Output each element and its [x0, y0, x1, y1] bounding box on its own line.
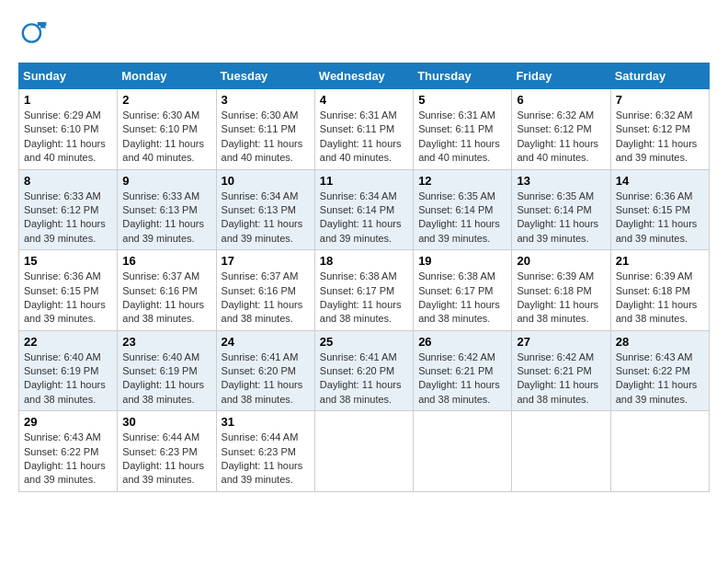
day-info: Sunrise: 6:38 AMSunset: 6:17 PMDaylight:… — [320, 270, 402, 324]
empty-cell — [314, 411, 413, 492]
day-number: 28 — [616, 335, 704, 349]
calendar-day-28: 28Sunrise: 6:43 AMSunset: 6:22 PMDayligh… — [610, 330, 709, 411]
day-number: 21 — [616, 254, 704, 268]
day-info: Sunrise: 6:31 AMSunset: 6:11 PMDaylight:… — [418, 109, 500, 163]
day-info: Sunrise: 6:32 AMSunset: 6:12 PMDaylight:… — [616, 109, 698, 163]
calendar-day-9: 9Sunrise: 6:33 AMSunset: 6:13 PMDaylight… — [118, 169, 216, 250]
day-number: 26 — [418, 335, 506, 349]
day-number: 16 — [122, 254, 210, 268]
day-info: Sunrise: 6:31 AMSunset: 6:11 PMDaylight:… — [320, 109, 402, 163]
day-number: 14 — [616, 174, 704, 188]
day-info: Sunrise: 6:30 AMSunset: 6:11 PMDaylight:… — [222, 109, 303, 163]
header-cell-friday: Friday — [512, 63, 610, 89]
calendar-week-3: 15Sunrise: 6:36 AMSunset: 6:15 PMDayligh… — [19, 250, 710, 331]
calendar-day-22: 22Sunrise: 6:40 AMSunset: 6:19 PMDayligh… — [19, 330, 118, 411]
day-info: Sunrise: 6:36 AMSunset: 6:15 PMDaylight:… — [24, 270, 106, 324]
svg-point-0 — [23, 24, 40, 41]
calendar-day-7: 7Sunrise: 6:32 AMSunset: 6:12 PMDaylight… — [610, 89, 709, 170]
day-number: 2 — [122, 93, 210, 107]
day-info: Sunrise: 6:40 AMSunset: 6:19 PMDaylight:… — [122, 351, 204, 405]
day-info: Sunrise: 6:43 AMSunset: 6:22 PMDaylight:… — [616, 351, 698, 405]
day-info: Sunrise: 6:30 AMSunset: 6:10 PMDaylight:… — [122, 109, 204, 163]
day-info: Sunrise: 6:37 AMSunset: 6:16 PMDaylight:… — [222, 270, 303, 324]
calendar-day-14: 14Sunrise: 6:36 AMSunset: 6:15 PMDayligh… — [610, 169, 709, 250]
day-info: Sunrise: 6:39 AMSunset: 6:18 PMDaylight:… — [616, 270, 698, 324]
empty-cell — [512, 411, 610, 492]
day-info: Sunrise: 6:43 AMSunset: 6:22 PMDaylight:… — [24, 431, 106, 485]
header-cell-thursday: Thursday — [414, 63, 512, 89]
header-cell-wednesday: Wednesday — [314, 63, 413, 89]
calendar-day-13: 13Sunrise: 6:35 AMSunset: 6:14 PMDayligh… — [512, 169, 610, 250]
day-info: Sunrise: 6:44 AMSunset: 6:23 PMDaylight:… — [222, 431, 303, 485]
day-info: Sunrise: 6:39 AMSunset: 6:18 PMDaylight:… — [517, 270, 598, 324]
calendar-day-2: 2Sunrise: 6:30 AMSunset: 6:10 PMDaylight… — [118, 89, 216, 170]
calendar-day-27: 27Sunrise: 6:42 AMSunset: 6:21 PMDayligh… — [512, 330, 610, 411]
day-info: Sunrise: 6:42 AMSunset: 6:21 PMDaylight:… — [517, 351, 598, 405]
empty-cell — [414, 411, 512, 492]
day-info: Sunrise: 6:37 AMSunset: 6:16 PMDaylight:… — [122, 270, 204, 324]
header-cell-sunday: Sunday — [19, 63, 118, 89]
day-info: Sunrise: 6:36 AMSunset: 6:15 PMDaylight:… — [616, 190, 698, 244]
day-number: 12 — [418, 174, 506, 188]
day-number: 25 — [320, 335, 408, 349]
calendar-day-31: 31Sunrise: 6:44 AMSunset: 6:23 PMDayligh… — [216, 411, 314, 492]
day-info: Sunrise: 6:29 AMSunset: 6:10 PMDaylight:… — [24, 109, 106, 163]
calendar-day-16: 16Sunrise: 6:37 AMSunset: 6:16 PMDayligh… — [118, 250, 216, 331]
calendar-body: 1Sunrise: 6:29 AMSunset: 6:10 PMDaylight… — [19, 89, 710, 492]
day-info: Sunrise: 6:38 AMSunset: 6:17 PMDaylight:… — [418, 270, 500, 324]
day-number: 24 — [222, 335, 310, 349]
calendar-day-11: 11Sunrise: 6:34 AMSunset: 6:14 PMDayligh… — [314, 169, 413, 250]
day-number: 30 — [122, 415, 210, 429]
empty-cell — [610, 411, 709, 492]
day-info: Sunrise: 6:41 AMSunset: 6:20 PMDaylight:… — [320, 351, 402, 405]
day-number: 6 — [517, 93, 605, 107]
calendar-day-30: 30Sunrise: 6:44 AMSunset: 6:23 PMDayligh… — [118, 411, 216, 492]
calendar-day-24: 24Sunrise: 6:41 AMSunset: 6:20 PMDayligh… — [216, 330, 314, 411]
day-number: 22 — [24, 335, 112, 349]
day-number: 27 — [517, 335, 605, 349]
day-info: Sunrise: 6:33 AMSunset: 6:13 PMDaylight:… — [122, 190, 204, 244]
calendar-day-17: 17Sunrise: 6:37 AMSunset: 6:16 PMDayligh… — [216, 250, 314, 331]
calendar-header: SundayMondayTuesdayWednesdayThursdayFrid… — [19, 63, 710, 89]
calendar-day-6: 6Sunrise: 6:32 AMSunset: 6:12 PMDaylight… — [512, 89, 610, 170]
calendar-week-2: 8Sunrise: 6:33 AMSunset: 6:12 PMDaylight… — [19, 169, 710, 250]
calendar-day-12: 12Sunrise: 6:35 AMSunset: 6:14 PMDayligh… — [414, 169, 512, 250]
day-info: Sunrise: 6:34 AMSunset: 6:13 PMDaylight:… — [222, 190, 303, 244]
day-info: Sunrise: 6:33 AMSunset: 6:12 PMDaylight:… — [24, 190, 106, 244]
logo — [18, 18, 51, 48]
day-number: 17 — [222, 254, 310, 268]
day-number: 9 — [122, 174, 210, 188]
calendar-table: SundayMondayTuesdayWednesdayThursdayFrid… — [18, 63, 710, 492]
day-number: 4 — [320, 93, 408, 107]
day-number: 5 — [418, 93, 506, 107]
day-number: 7 — [616, 93, 704, 107]
calendar-day-20: 20Sunrise: 6:39 AMSunset: 6:18 PMDayligh… — [512, 250, 610, 331]
calendar-day-3: 3Sunrise: 6:30 AMSunset: 6:11 PMDaylight… — [216, 89, 314, 170]
calendar-day-29: 29Sunrise: 6:43 AMSunset: 6:22 PMDayligh… — [19, 411, 118, 492]
calendar-day-26: 26Sunrise: 6:42 AMSunset: 6:21 PMDayligh… — [414, 330, 512, 411]
day-number: 15 — [24, 254, 112, 268]
day-info: Sunrise: 6:35 AMSunset: 6:14 PMDaylight:… — [418, 190, 500, 244]
day-info: Sunrise: 6:44 AMSunset: 6:23 PMDaylight:… — [122, 431, 204, 485]
day-number: 3 — [222, 93, 310, 107]
header-cell-monday: Monday — [118, 63, 216, 89]
day-number: 18 — [320, 254, 408, 268]
day-number: 8 — [24, 174, 112, 188]
day-info: Sunrise: 6:40 AMSunset: 6:19 PMDaylight:… — [24, 351, 106, 405]
day-info: Sunrise: 6:42 AMSunset: 6:21 PMDaylight:… — [418, 351, 500, 405]
calendar-day-8: 8Sunrise: 6:33 AMSunset: 6:12 PMDaylight… — [19, 169, 118, 250]
calendar-day-21: 21Sunrise: 6:39 AMSunset: 6:18 PMDayligh… — [610, 250, 709, 331]
logo-icon — [18, 18, 48, 48]
calendar-day-25: 25Sunrise: 6:41 AMSunset: 6:20 PMDayligh… — [314, 330, 413, 411]
calendar-day-4: 4Sunrise: 6:31 AMSunset: 6:11 PMDaylight… — [314, 89, 413, 170]
calendar-week-1: 1Sunrise: 6:29 AMSunset: 6:10 PMDaylight… — [19, 89, 710, 170]
calendar-day-5: 5Sunrise: 6:31 AMSunset: 6:11 PMDaylight… — [414, 89, 512, 170]
page-header — [18, 18, 710, 48]
calendar-week-5: 29Sunrise: 6:43 AMSunset: 6:22 PMDayligh… — [19, 411, 710, 492]
calendar-day-10: 10Sunrise: 6:34 AMSunset: 6:13 PMDayligh… — [216, 169, 314, 250]
day-number: 10 — [222, 174, 310, 188]
day-number: 20 — [517, 254, 605, 268]
day-info: Sunrise: 6:34 AMSunset: 6:14 PMDaylight:… — [320, 190, 402, 244]
day-number: 13 — [517, 174, 605, 188]
header-cell-saturday: Saturday — [610, 63, 709, 89]
